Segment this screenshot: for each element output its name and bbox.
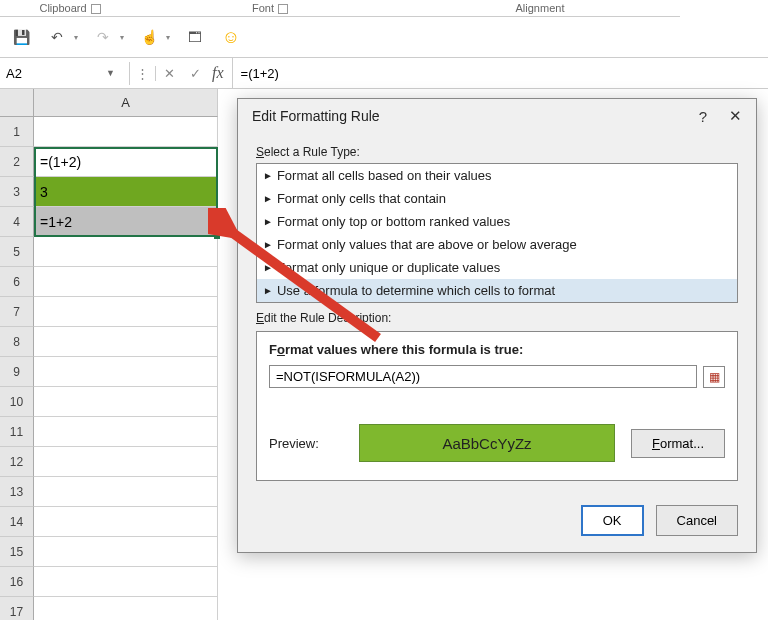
cell-A3[interactable]: 3 [34,177,218,207]
row-header[interactable]: 10 [0,387,34,417]
row-header[interactable]: 4 [0,207,34,237]
cell-A8[interactable] [34,327,218,357]
row-header[interactable]: 8 [0,327,34,357]
row-header[interactable]: 5 [0,237,34,267]
feedback-smiley-icon[interactable]: ☺ [220,26,242,48]
bullet-icon: ► [263,193,273,204]
rule-type-label: Format only top or bottom ranked values [277,214,510,229]
bullet-icon: ► [263,262,273,273]
preview-swatch: AaBbCcYyZz [359,424,615,462]
dialog-title: Edit Formatting Rule [252,108,380,124]
row-header[interactable]: 7 [0,297,34,327]
cell-A13[interactable] [34,477,218,507]
preview-label: Preview: [269,436,343,451]
ribbon-group-labels: Clipboard Font Alignment [0,0,768,17]
bullet-icon: ► [263,216,273,227]
column-header-A[interactable]: A [34,89,218,117]
rule-type-label: Format only unique or duplicate values [277,260,500,275]
rule-type-list[interactable]: ►Format all cells based on their values … [256,163,738,303]
cell-A9[interactable] [34,357,218,387]
cell-A4[interactable]: =1+2 [34,207,218,237]
cell-A11[interactable] [34,417,218,447]
redo-icon: ↷ [92,26,114,48]
rule-type-item[interactable]: ►Format only top or bottom ranked values [257,210,737,233]
fill-handle[interactable] [214,233,220,239]
row-header[interactable]: 17 [0,597,34,620]
cell-A12[interactable] [34,447,218,477]
bullet-icon: ► [263,285,273,296]
formula-bar-input[interactable] [233,62,768,85]
select-rule-type-label: Select a Rule Type: [256,145,738,159]
rule-type-label: Format only cells that contain [277,191,446,206]
row-header[interactable]: 6 [0,267,34,297]
range-picker-icon[interactable]: ▦ [703,366,725,388]
row-header[interactable]: 11 [0,417,34,447]
row-header[interactable]: 3 [0,177,34,207]
group-font: Font [252,2,274,14]
cell-A17[interactable] [34,597,218,620]
name-box-input[interactable] [0,62,100,85]
rule-type-item[interactable]: ►Format only values that are above or be… [257,233,737,256]
cancel-x-icon[interactable]: ✕ [156,66,182,81]
cell-A10[interactable] [34,387,218,417]
redo-split-icon: ▾ [120,33,124,42]
cancel-button[interactable]: Cancel [656,505,738,536]
rule-type-item[interactable]: ►Use a formula to determine which cells … [257,279,737,302]
row-header[interactable]: 12 [0,447,34,477]
undo-split-icon[interactable]: ▾ [74,33,78,42]
format-button[interactable]: Format... [631,429,725,458]
name-box[interactable]: ▼ [0,62,130,85]
group-clipboard: Clipboard [39,2,86,14]
rule-type-item[interactable]: ►Format only unique or duplicate values [257,256,737,279]
fx-separator: ⋮ [130,66,156,81]
launcher-icon[interactable] [91,4,101,14]
group-alignment: Alignment [516,2,565,14]
cell-A16[interactable] [34,567,218,597]
formula-criteria-title: Format values where this formula is true… [269,342,725,357]
quick-access-toolbar: 💾 ↶▾ ↷▾ ☝▾ 🗔 ☺ [0,17,768,57]
enter-check-icon[interactable]: ✓ [182,66,208,81]
fx-label-icon[interactable]: fx [208,58,233,88]
close-icon[interactable]: ✕ [729,107,742,125]
formula-bar-row: ▼ ⋮ ✕ ✓ fx [0,57,768,89]
cell-A5[interactable] [34,237,218,267]
undo-icon[interactable]: ↶ [46,26,68,48]
rule-type-label: Format only values that are above or bel… [277,237,577,252]
edit-formatting-rule-dialog: Edit Formatting Rule ? ✕ Select a Rule T… [237,98,757,553]
rule-type-item[interactable]: ►Format all cells based on their values [257,164,737,187]
cell-A15[interactable] [34,537,218,567]
cell-A6[interactable] [34,267,218,297]
bullet-icon: ► [263,239,273,250]
bullet-icon: ► [263,170,273,181]
row-header[interactable]: 13 [0,477,34,507]
cell-A7[interactable] [34,297,218,327]
row-header[interactable]: 14 [0,507,34,537]
select-all-corner[interactable] [0,89,34,117]
row-header[interactable]: 2 [0,147,34,177]
edit-rule-description-label: Edit the Rule Description: [256,311,738,325]
ok-button[interactable]: OK [581,505,644,536]
row-header[interactable]: 1 [0,117,34,147]
row-header[interactable]: 15 [0,537,34,567]
cell-A1[interactable] [34,117,218,147]
rule-type-label: Use a formula to determine which cells t… [277,283,555,298]
formula-input[interactable] [269,365,697,388]
row-header[interactable]: 9 [0,357,34,387]
calendar-icon[interactable]: 🗔 [184,26,206,48]
touch-mode-icon[interactable]: ☝ [138,26,160,48]
namebox-dropdown-icon[interactable]: ▼ [100,68,121,78]
help-icon[interactable]: ? [699,108,707,125]
cell-A2[interactable]: =(1+2) [34,147,218,177]
rule-description-box: Format values where this formula is true… [256,331,738,481]
touch-split-icon[interactable]: ▾ [166,33,170,42]
launcher-icon[interactable] [278,4,288,14]
rule-type-label: Format all cells based on their values [277,168,492,183]
cell-A14[interactable] [34,507,218,537]
save-icon[interactable]: 💾 [10,26,32,48]
row-header[interactable]: 16 [0,567,34,597]
rule-type-item[interactable]: ►Format only cells that contain [257,187,737,210]
